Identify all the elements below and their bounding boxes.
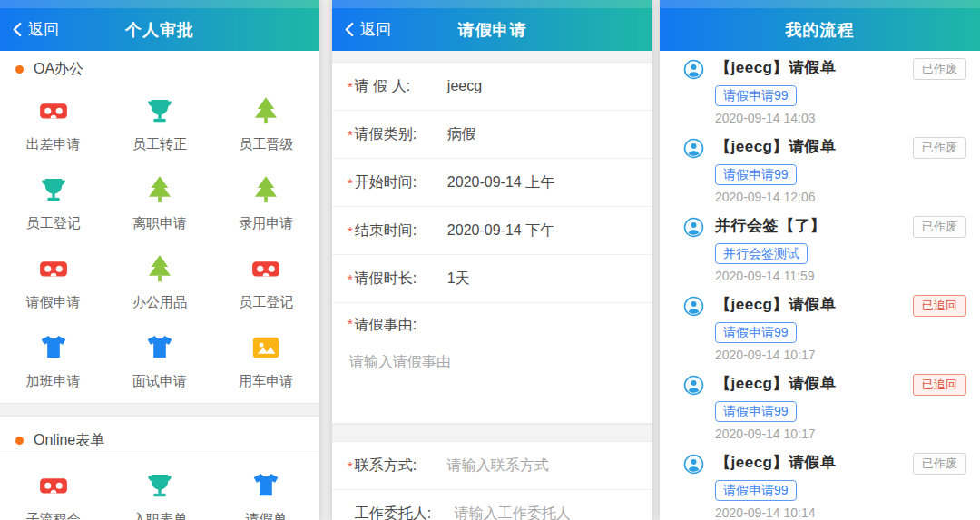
grid-item-label: 请假单 — [213, 511, 319, 520]
flow-tag: 请假申请99 — [715, 480, 797, 501]
flow-title: 【jeecg】请假单 — [715, 137, 913, 157]
trophy-icon — [144, 470, 175, 501]
grid-item-sub-process[interactable]: 子流程会 — [0, 456, 106, 520]
grid-item-label: 员工登记 — [213, 294, 319, 311]
avatar-icon — [683, 59, 704, 80]
flow-item[interactable]: 并行会签【了】 已作废 并行会签测试 2020-09-14 11:59 — [660, 209, 980, 288]
trophy-icon — [144, 95, 175, 126]
field-contact[interactable]: * 联系方式: 请输入联系方式 — [332, 442, 652, 490]
grid-item-leave-form[interactable]: 请假单 — [213, 456, 319, 520]
field-value: 病假 — [447, 125, 476, 144]
flow-tag: 请假申请99 — [715, 322, 797, 343]
flow-timestamp: 2020-09-14 10:17 — [715, 427, 966, 442]
avatar-icon — [683, 375, 704, 396]
avatar-icon — [683, 296, 704, 317]
grid-item-employee-confirmation[interactable]: 员工转正 — [106, 82, 212, 161]
flow-tag: 请假申请99 — [715, 401, 797, 422]
grid-item-overtime[interactable]: 加班申请 — [0, 319, 106, 397]
required-asterisk: * — [348, 79, 353, 94]
grid-item-label: 面试申请 — [106, 373, 212, 390]
grid-item-label: 子流程会 — [0, 511, 106, 520]
personal-approval-header: 返回 个人审批 — [0, 8, 319, 51]
grid-item-label: 入职表单 — [106, 511, 212, 520]
goggles-icon — [38, 470, 69, 501]
flow-tag: 并行会签测试 — [715, 243, 808, 264]
form-top-gap — [332, 51, 652, 63]
grid-item-leave-request[interactable]: 请假申请 — [0, 240, 106, 319]
field-start-time[interactable]: * 开始时间: 2020-09-14 上午 — [332, 159, 652, 207]
flow-timestamp: 2020-09-14 14:03 — [715, 111, 966, 126]
grid-item-employee-registration[interactable]: 员工登记 — [0, 161, 106, 240]
grid-item-interview[interactable]: 面试申请 — [106, 319, 212, 397]
field-label: 开始时间: — [355, 173, 435, 192]
tree-icon — [250, 174, 281, 205]
section-oa-office: OA办公 — [0, 51, 319, 82]
grid-item-hiring[interactable]: 录用申请 — [213, 161, 319, 240]
flow-item[interactable]: 【jeecg】请假单 已作废 请假申请99 2020-09-14 12:06 — [660, 130, 980, 209]
status-badge: 已作废 — [913, 216, 966, 238]
my-flows-header: 我的流程 — [660, 8, 980, 51]
grid-item-resignation[interactable]: 离职申请 — [106, 161, 212, 240]
grid-item-vehicle-request[interactable]: 用车申请 — [213, 319, 319, 397]
flow-item[interactable]: 【jeecg】请假单 已作废 请假申请99 2020-09-14 10:14 — [660, 446, 980, 520]
grid-item-label: 出差申请 — [0, 136, 106, 153]
flow-item[interactable]: 【jeecg】请假单 已作废 请假申请99 2020-09-14 14:03 — [660, 51, 980, 130]
status-badge: 已作废 — [913, 453, 966, 475]
back-chevron-icon — [12, 22, 22, 37]
avatar-icon — [683, 454, 704, 475]
field-leave-type[interactable]: * 请假类别: 病假 — [332, 111, 652, 159]
tree-icon — [144, 253, 175, 284]
field-label: 联系方式: — [355, 456, 435, 476]
field-label: 请假类别: — [355, 125, 435, 144]
goggles-icon — [250, 253, 281, 284]
bullet-dot-icon — [15, 65, 24, 74]
grid-item-onboarding-form[interactable]: 入职表单 — [106, 456, 212, 520]
flow-timestamp: 2020-09-14 10:17 — [715, 348, 966, 363]
flow-timestamp: 2020-09-14 11:59 — [715, 269, 966, 284]
field-applicant[interactable]: * 请 假 人: jeecg — [332, 63, 652, 111]
field-reason-textarea[interactable]: * 请假事由: 请输入请假事由 — [332, 303, 652, 424]
field-duration[interactable]: * 请假时长: 1天 — [332, 255, 652, 303]
back-button[interactable]: 返回 — [344, 19, 391, 40]
grid-item-label: 员工登记 — [0, 215, 106, 232]
flow-tag: 请假申请99 — [715, 85, 797, 106]
field-delegate[interactable]: * 工作委托人: 请输入工作委托人 — [332, 490, 652, 520]
grid-item-label: 员工转正 — [106, 136, 212, 153]
status-badge: 已追回 — [913, 295, 966, 317]
avatar-icon — [683, 138, 704, 159]
panel-my-flows: 我的流程 【jeecg】请假单 已作废 请假申请99 2020-09-14 14… — [660, 0, 980, 520]
back-chevron-icon — [344, 22, 354, 37]
flow-title: 【jeecg】请假单 — [715, 374, 913, 394]
field-value: 2020-09-14 上午 — [447, 173, 554, 192]
tree-icon — [144, 174, 175, 205]
grid-item-business-trip[interactable]: 出差申请 — [0, 82, 106, 161]
grid-item-label: 录用申请 — [213, 215, 319, 232]
status-bar-strip — [332, 0, 652, 8]
grid-item-label: 员工晋级 — [213, 136, 319, 153]
trophy-icon — [38, 174, 69, 205]
grid-item-label: 用车申请 — [213, 373, 319, 390]
back-button[interactable]: 返回 — [12, 19, 59, 40]
tree-icon — [250, 95, 281, 126]
flow-item[interactable]: 【jeecg】请假单 已追回 请假申请99 2020-09-14 10:17 — [660, 367, 980, 446]
flow-item[interactable]: 【jeecg】请假单 已追回 请假申请99 2020-09-14 10:17 — [660, 288, 980, 367]
required-asterisk: * — [348, 271, 353, 287]
reason-placeholder: 请输入请假事由 — [349, 353, 637, 372]
picture-icon — [250, 332, 281, 363]
section-title: Online表单 — [34, 431, 104, 450]
field-placeholder: 请输入工作委托人 — [455, 505, 571, 520]
field-label: 结束时间: — [355, 221, 435, 240]
oa-app-grid: 出差申请 员工转正 员工晋级 员工登记 离职申请 录用申请 — [0, 82, 319, 397]
three-phone-screens: 返回 个人审批 OA办公 出差申请 员工转正 员工晋级 员工登记 — [0, 0, 980, 520]
field-end-time[interactable]: * 结束时间: 2020-09-14 下午 — [332, 207, 652, 255]
back-label: 返回 — [360, 19, 391, 40]
field-label: 请 假 人: — [355, 77, 435, 96]
grid-item-employee-registration-2[interactable]: 员工登记 — [213, 240, 319, 319]
panel-leave-application: 返回 请假申请 * 请 假 人: jeecg * 请假类别: 病假 * 开始时间… — [332, 0, 652, 520]
grid-item-office-supplies[interactable]: 办公用品 — [106, 240, 212, 319]
grid-item-employee-promotion[interactable]: 员工晋级 — [213, 82, 319, 161]
grid-item-label: 请假申请 — [0, 294, 106, 311]
required-asterisk: * — [348, 127, 353, 142]
required-asterisk: * — [348, 316, 353, 335]
flow-title: 【jeecg】请假单 — [715, 58, 913, 78]
